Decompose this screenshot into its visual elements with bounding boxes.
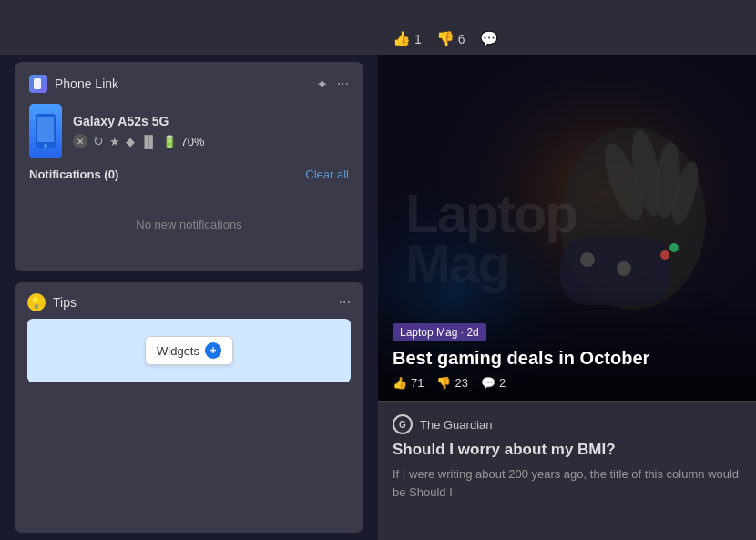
device-status-row: ✕ ↻ ★ ◆ ▐▌ 🔋 70%	[73, 134, 204, 148]
close-status-icon: ✕	[73, 134, 87, 148]
guardian-headline: Should I worry about my BMI?	[393, 440, 741, 460]
signal-icon: ▐▌	[140, 135, 157, 148]
top-reaction-bar: 👍 1 👎 6 💬	[393, 30, 498, 47]
gaming-thumbdown-icon[interactable]: 👎	[436, 376, 451, 390]
tips-title: Tips	[53, 295, 77, 310]
gaming-like-count: 71	[411, 376, 424, 390]
notifications-label: Notifications (0)	[29, 168, 118, 181]
gaming-like-item: 👍 71	[393, 376, 424, 390]
guardian-logo-icon: G	[393, 414, 413, 434]
guardian-source-row: G The Guardian	[393, 414, 741, 434]
top-like-count: 1	[414, 32, 422, 46]
card-header: Phone Link ✦ ···	[29, 75, 349, 93]
svg-rect-1	[35, 87, 40, 87]
gaming-thumbup-icon[interactable]: 👍	[393, 376, 407, 390]
card-header-left: Phone Link	[29, 75, 118, 93]
widgets-button[interactable]: Widgets +	[145, 336, 233, 365]
top-thumbdown-icon[interactable]: 👎	[436, 30, 455, 47]
svg-point-4	[44, 144, 47, 148]
svg-point-15	[617, 261, 631, 276]
gaming-comment-item: 💬 2	[481, 376, 506, 390]
widgets-plus-icon: +	[205, 342, 221, 359]
top-dislike-item: 👎 6	[436, 30, 465, 47]
phone-link-title: Phone Link	[55, 76, 118, 91]
widgets-label: Widgets	[157, 344, 199, 358]
tips-more-icon[interactable]: ···	[339, 294, 351, 311]
gaming-headline: Best gaming deals in October	[393, 347, 741, 369]
gaming-comment-icon[interactable]: 💬	[481, 376, 495, 390]
more-options-icon[interactable]: ···	[337, 76, 349, 92]
gaming-deals-card: Laptop Mag Laptop Mag · 2d Best gaming d…	[378, 55, 756, 401]
pin-icon[interactable]: ✦	[316, 76, 328, 93]
top-strip	[0, 0, 378, 55]
wifi-icon: ◆	[126, 135, 135, 148]
battery-info: 🔋 70%	[162, 135, 204, 148]
svg-point-17	[669, 243, 679, 252]
device-section: Galaxy A52s 5G ✕ ↻ ★ ◆ ▐▌ 🔋 70%	[29, 104, 349, 158]
gaming-dislike-item: 👎 23	[436, 376, 467, 390]
gaming-reaction-bar: 👍 71 👎 23 💬 2	[393, 376, 741, 390]
phone-link-card: Phone Link ✦ ··· Galaxy A52s 5G ✕ ↻	[15, 62, 363, 271]
guardian-source-name: The Guardian	[420, 418, 493, 432]
top-share-icon[interactable]: 💬	[480, 30, 498, 47]
svg-point-16	[660, 250, 669, 260]
tips-header: 💡 Tips ···	[15, 282, 363, 319]
tips-content-area: Widgets +	[27, 319, 351, 382]
battery-percent: 70%	[180, 135, 204, 148]
phone-graphic	[35, 113, 56, 149]
top-article-bar: 👍 1 👎 6 💬	[378, 0, 756, 55]
gaming-dislike-count: 23	[455, 376, 467, 390]
card-header-right: ✦ ···	[316, 76, 349, 93]
gaming-comment-count: 2	[499, 376, 506, 390]
top-thumbup-icon[interactable]: 👍	[393, 30, 411, 47]
tips-card: 💡 Tips ··· Widgets +	[15, 282, 363, 533]
left-column: Phone Link ✦ ··· Galaxy A52s 5G ✕ ↻	[0, 0, 378, 540]
right-column: 👍 1 👎 6 💬	[378, 0, 756, 540]
clear-all-button[interactable]: Clear all	[305, 168, 349, 181]
notifications-row: Notifications (0) Clear all	[29, 168, 349, 181]
no-notifications-message: No new notifications	[29, 181, 349, 259]
tips-header-left: 💡 Tips	[27, 293, 77, 311]
device-info: Galaxy A52s 5G ✕ ↻ ★ ◆ ▐▌ 🔋 70%	[73, 114, 204, 148]
top-like-item: 👍 1	[393, 30, 422, 47]
svg-rect-3	[37, 117, 54, 142]
guardian-card: G The Guardian Should I worry about my B…	[378, 401, 756, 540]
device-name: Galaxy A52s 5G	[73, 114, 204, 128]
source-badge: Laptop Mag · 2d	[393, 323, 486, 341]
gaming-overlay: Laptop Mag · 2d Best gaming deals in Oct…	[378, 287, 756, 401]
tips-bulb-icon: 💡	[27, 293, 46, 311]
bg-watermark2: Mag	[405, 232, 509, 295]
phone-icon-container	[29, 104, 62, 158]
refresh-icon: ↻	[93, 134, 104, 148]
svg-rect-0	[34, 78, 41, 89]
phone-link-app-icon	[29, 75, 47, 93]
svg-point-14	[580, 252, 595, 267]
battery-icon: 🔋	[162, 135, 177, 148]
guardian-excerpt: If I were writing about 200 years ago, t…	[393, 465, 741, 501]
top-dislike-count: 6	[458, 32, 465, 46]
bluetooth-icon: ★	[109, 135, 120, 148]
